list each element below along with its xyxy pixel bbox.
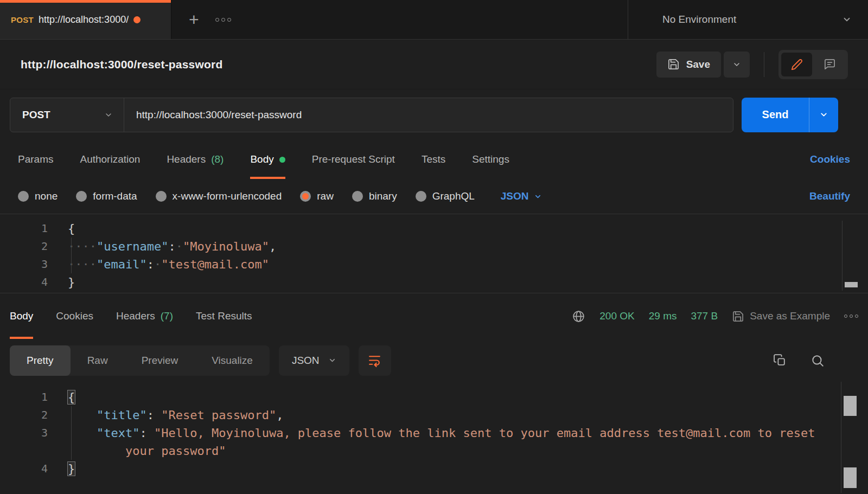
request-url-row: POST http://localhost:3000/reset-passwor…: [0, 89, 868, 140]
tab-body[interactable]: Body: [250, 140, 285, 179]
environment-label: No Environment: [662, 14, 736, 25]
copy-icon[interactable]: [773, 354, 787, 367]
response-language-selector[interactable]: JSON: [279, 345, 349, 376]
new-tab-button[interactable]: +: [189, 11, 199, 28]
response-options-icon[interactable]: [844, 315, 858, 318]
scrollbar-thumb[interactable]: [845, 282, 858, 287]
code-line: 1{: [0, 220, 868, 238]
url-input[interactable]: http://localhost:3000/reset-password: [124, 98, 733, 132]
chevron-down-icon: [534, 193, 542, 201]
view-visualize[interactable]: Visualize: [195, 345, 270, 376]
response-headers-count-badge: (7): [161, 310, 173, 322]
request-body-editor[interactable]: 1{2····"username":·"Moyinoluwa",3····"em…: [0, 214, 868, 293]
radio-icon: [76, 191, 87, 202]
method-selector[interactable]: POST: [10, 98, 124, 132]
chevron-down-icon: [328, 356, 336, 364]
documentation-toggle-group: [778, 50, 848, 79]
tab-pre-request-script[interactable]: Pre-request Script: [312, 140, 395, 179]
tab-settings[interactable]: Settings: [472, 140, 509, 179]
wrap-text-button[interactable]: [359, 345, 391, 376]
body-type-x-www-form-urlencoded[interactable]: x-www-form-urlencoded: [156, 190, 282, 202]
request-tab[interactable]: POST http://localhost:3000/: [0, 0, 171, 39]
radio-icon: [416, 191, 426, 202]
save-as-example-button[interactable]: Save as Example: [732, 310, 830, 323]
line-number: 3: [0, 255, 48, 273]
code-line: 2····"username":·"Moyinoluwa",: [0, 238, 868, 255]
search-icon[interactable]: [810, 354, 825, 368]
response-tab-test-results[interactable]: Test Results: [196, 293, 252, 339]
save-button[interactable]: Save: [656, 52, 721, 78]
send-button[interactable]: Send: [742, 98, 809, 132]
tab-tests[interactable]: Tests: [422, 140, 445, 179]
chevron-down-icon: [104, 111, 113, 119]
tab-method-label: POST: [11, 15, 34, 24]
body-filled-dot-icon: [279, 157, 285, 163]
beautify-link[interactable]: Beautify: [809, 190, 850, 202]
body-type-binary[interactable]: binary: [352, 190, 397, 202]
tab-options-icon[interactable]: [215, 18, 231, 22]
body-type-raw[interactable]: raw: [300, 190, 334, 202]
send-options-button[interactable]: [809, 98, 838, 132]
tab-bar: POST http://localhost:3000/ + No Environ…: [0, 0, 868, 40]
chevron-down-icon: [732, 60, 741, 69]
line-number: 4: [0, 460, 48, 478]
method-label: POST: [22, 109, 50, 121]
radio-icon: [18, 191, 29, 202]
line-number: 4: [0, 273, 48, 291]
radio-selected-icon: [300, 191, 311, 202]
body-language-selector[interactable]: JSON: [501, 190, 542, 202]
response-body-viewer[interactable]: 1{2 "title": "Reset password",3 "text": …: [0, 382, 868, 494]
save-button-label: Save: [686, 59, 710, 70]
save-icon: [667, 58, 680, 70]
request-title-row: http://localhost:3000/reset-password Sav…: [0, 40, 868, 89]
response-view-switcher: Pretty Raw Preview Visualize: [10, 345, 270, 376]
response-tab-body[interactable]: Body: [10, 293, 33, 339]
comments-button[interactable]: [814, 53, 845, 76]
code-line: 4}: [0, 460, 868, 478]
body-type-form-data[interactable]: form-data: [76, 190, 137, 202]
code-line: 2 "title": "Reset password",: [0, 406, 868, 424]
response-tab-headers[interactable]: Headers (7): [116, 293, 173, 339]
request-tabs: Params Authorization Headers (8) Body Pr…: [0, 140, 868, 179]
code-line: 3 "text": "Hello, Moyinoluwa, please fol…: [0, 424, 868, 460]
radio-icon: [352, 191, 363, 202]
headers-count-badge: (8): [211, 153, 224, 165]
scrollbar-thumb[interactable]: [844, 396, 857, 416]
view-preview[interactable]: Preview: [125, 345, 195, 376]
chevron-down-icon: [819, 110, 828, 119]
response-size[interactable]: 377 B: [691, 310, 718, 322]
chevron-down-icon: [842, 15, 852, 24]
line-number: 1: [0, 388, 48, 406]
url-box: POST http://localhost:3000/reset-passwor…: [10, 98, 733, 132]
body-type-graphql[interactable]: GraphQL: [416, 190, 475, 202]
page-title: http://localhost:3000/reset-password: [21, 58, 222, 71]
code-line: 4}: [0, 273, 868, 291]
response-scrollbar[interactable]: [841, 382, 857, 493]
line-number: 1: [0, 220, 48, 238]
code-line: 1{: [0, 388, 868, 406]
status-badge[interactable]: 200 OK: [599, 310, 634, 322]
response-time[interactable]: 29 ms: [649, 310, 677, 322]
response-tab-cookies[interactable]: Cookies: [56, 293, 93, 339]
line-number: 2: [0, 406, 48, 424]
request-editor-scrollbar[interactable]: [842, 221, 858, 291]
view-pretty[interactable]: Pretty: [10, 345, 71, 376]
radio-icon: [156, 191, 167, 202]
environment-selector[interactable]: No Environment: [628, 0, 868, 39]
body-type-row: none form-data x-www-form-urlencoded raw…: [0, 179, 868, 214]
response-header: Body Cookies Headers (7) Test Results 20…: [0, 293, 868, 339]
code-line: 3····"email":·"test@mail.com": [0, 255, 868, 273]
divider: [764, 52, 764, 77]
tab-authorization[interactable]: Authorization: [80, 140, 140, 179]
comment-icon: [824, 58, 836, 70]
scrollbar-thumb[interactable]: [844, 467, 857, 488]
view-raw[interactable]: Raw: [71, 345, 125, 376]
save-options-button[interactable]: [724, 52, 750, 78]
tab-params[interactable]: Params: [18, 140, 53, 179]
body-type-none[interactable]: none: [18, 190, 58, 202]
wrap-text-icon: [368, 354, 381, 367]
cookies-link[interactable]: Cookies: [810, 140, 850, 179]
edit-pencil-button[interactable]: [781, 53, 812, 76]
pencil-icon: [791, 59, 803, 70]
tab-headers[interactable]: Headers (8): [167, 140, 224, 179]
